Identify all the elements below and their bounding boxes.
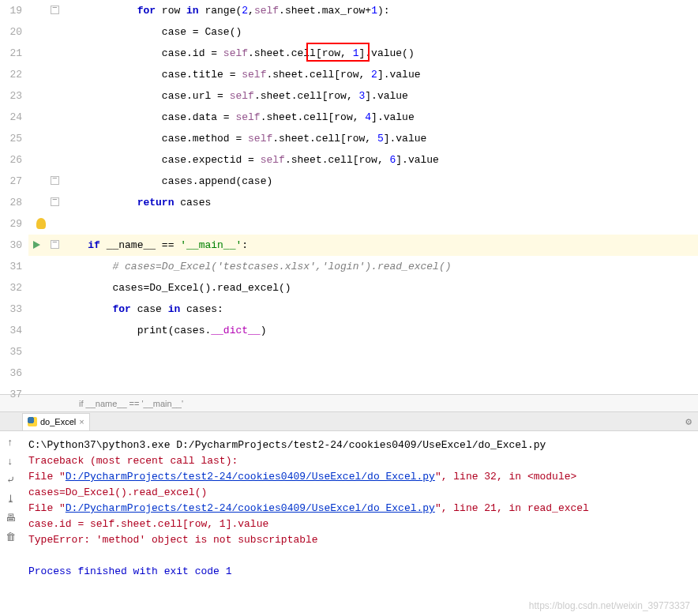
code-line-current: if __name__ == '__main__': — [63, 235, 698, 256]
traceback-link[interactable]: D:/PycharmProjects/test2-24/cookies0409/… — [66, 502, 435, 514]
console-line: cases=Do_Excel().read_excel() — [28, 485, 692, 501]
code-line — [63, 341, 698, 362]
run-tab[interactable]: do_Excel × — [22, 413, 90, 430]
code-line: case.data = self.sheet.cell[row, 4].valu… — [63, 107, 698, 128]
line-number: 19 — [0, 0, 22, 21]
editor: 19202122232425262728293031323334353637 f… — [0, 0, 698, 395]
code-line: case.expectid = self.sheet.cell[row, 6].… — [63, 149, 698, 171]
console-line: File "D:/PycharmProjects/test2-24/cookie… — [28, 501, 692, 516]
code-line: cases.append(case) — [63, 171, 698, 192]
console-output[interactable]: ↑ ↓ ⤶ ⤓ 🖶 🗑 C:\Python37\python3.exe D:/P… — [0, 431, 698, 586]
line-number: 23 — [0, 85, 22, 107]
line-number: 22 — [0, 64, 22, 85]
gutter-slot — [28, 192, 63, 213]
line-number: 26 — [0, 149, 22, 171]
console-line: C:\Python37\python3.exe D:/PycharmProjec… — [28, 438, 692, 453]
print-icon[interactable]: 🖶 — [3, 512, 17, 526]
line-number: 35 — [0, 341, 22, 362]
console-line: Traceback (most recent call last): — [28, 453, 692, 469]
line-number: 29 — [0, 213, 22, 235]
run-gutter-icon[interactable] — [33, 241, 40, 249]
python-file-icon — [28, 417, 37, 426]
gutter-slot — [28, 213, 63, 235]
gutter-slot — [28, 384, 63, 405]
code-line: for case in cases: — [63, 299, 698, 320]
line-number: 33 — [0, 299, 22, 320]
code-line: case.title = self.sheet.cell[row, 2].val… — [63, 64, 698, 85]
gutter-slot — [28, 43, 63, 64]
traceback-link[interactable]: D:/PycharmProjects/test2-24/cookies0409/… — [66, 471, 435, 483]
scroll-down-icon[interactable]: ↓ — [3, 455, 17, 469]
code-line: # cases=Do_Excel('testcases.xlsx','login… — [63, 256, 698, 277]
gutter-slot — [28, 235, 63, 256]
line-number: 32 — [0, 277, 22, 299]
code-content[interactable]: for row in range(2,self.sheet.max_row+1)… — [63, 0, 698, 394]
gear-icon[interactable]: ⚙ — [685, 415, 692, 428]
console-line: case.id = self.sheet.cell[row, 1].value — [28, 516, 692, 532]
clear-icon[interactable]: 🗑 — [3, 531, 17, 545]
console-toolbar: ↑ ↓ ⤶ ⤓ 🖶 🗑 — [3, 436, 22, 545]
gutter-slot — [28, 85, 63, 107]
code-line — [63, 384, 698, 405]
code-line: return cases — [63, 192, 698, 213]
console-line: File "D:/PycharmProjects/test2-24/cookie… — [28, 469, 692, 485]
gutter-slot — [28, 171, 63, 192]
console-line: Process finished with exit code 1 — [28, 564, 692, 580]
fold-icon[interactable] — [51, 197, 59, 206]
soft-wrap-icon[interactable]: ⤶ — [3, 474, 17, 488]
line-number: 27 — [0, 171, 22, 192]
code-line — [63, 213, 698, 235]
line-number: 25 — [0, 128, 22, 149]
code-line: cases=Do_Excel().read_excel() — [63, 277, 698, 299]
watermark: https://blog.csdn.net/weixin_39773337 — [529, 600, 690, 611]
scroll-up-icon[interactable]: ↑ — [3, 436, 17, 450]
close-icon[interactable]: × — [79, 417, 84, 426]
code-line: for row in range(2,self.sheet.max_row+1)… — [63, 0, 698, 21]
gutter-slot — [28, 362, 63, 384]
gutter-slot — [28, 299, 63, 320]
fold-icon[interactable] — [51, 6, 59, 14]
line-number: 31 — [0, 256, 22, 277]
code-line — [63, 362, 698, 384]
gutter-slot — [28, 0, 63, 21]
line-number: 24 — [0, 107, 22, 128]
line-number: 37 — [0, 384, 22, 405]
line-number: 30 — [0, 235, 22, 256]
gutter-slot — [28, 64, 63, 85]
console-line — [28, 548, 692, 564]
code-line: case.id = self.sheet.cell[row, 1].value(… — [63, 43, 698, 64]
gutter-slot — [28, 107, 63, 128]
line-number: 34 — [0, 320, 22, 341]
gutter-slot — [28, 21, 63, 43]
gutter-slot — [28, 277, 63, 299]
console-line: TypeError: 'method' object is not subscr… — [28, 532, 692, 548]
intention-bulb-icon[interactable] — [36, 218, 46, 229]
gutter-slot — [28, 320, 63, 341]
line-number: 20 — [0, 21, 22, 43]
line-number: 36 — [0, 362, 22, 384]
line-number: 21 — [0, 43, 22, 64]
line-number-gutter: 19202122232425262728293031323334353637 — [0, 0, 28, 394]
fold-icon[interactable] — [51, 240, 59, 249]
fold-icon[interactable] — [51, 176, 59, 185]
code-line: print(cases.__dict__) — [63, 320, 698, 341]
gutter-slot — [28, 256, 63, 277]
tab-label: do_Excel — [40, 417, 76, 426]
gutter-slot — [28, 149, 63, 171]
gutter-slot — [28, 128, 63, 149]
code-line: case.url = self.sheet.cell[row, 3].value — [63, 85, 698, 107]
scroll-to-end-icon[interactable]: ⤓ — [3, 493, 17, 507]
code-line: case.method = self.sheet.cell[row, 5].va… — [63, 128, 698, 149]
line-number: 28 — [0, 192, 22, 213]
code-line: case = Case() — [63, 21, 698, 43]
run-tab-bar: do_Excel × ⚙ — [0, 412, 698, 431]
gutter-icons — [28, 0, 63, 394]
gutter-slot — [28, 341, 63, 362]
